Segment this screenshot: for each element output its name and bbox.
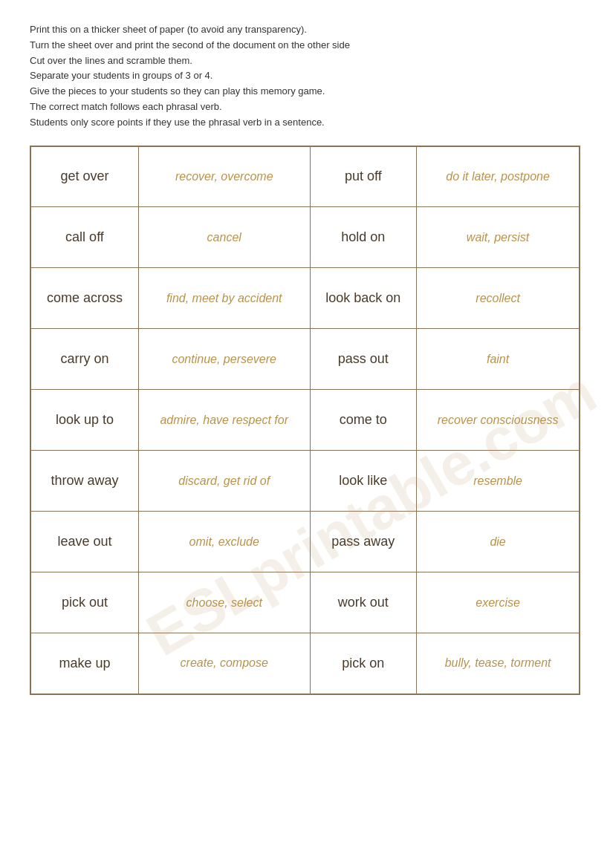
phrasal-verb-cell: hold on (310, 207, 417, 268)
phrasal-verb-text: leave out (57, 534, 111, 549)
definition-text: choose, select (186, 596, 262, 609)
phrasal-verb-cell: get over (30, 146, 138, 207)
phrasal-verb-text: call off (65, 229, 104, 244)
definition-cell: die (417, 512, 580, 572)
definition-text: admire, have respect for (160, 414, 288, 426)
definition-text: die (490, 535, 505, 548)
phrasal-verb-text: pick on (342, 656, 384, 670)
phrasal-verb-cell: carry on (30, 329, 138, 390)
definition-text: do it later, postpone (446, 170, 550, 183)
phrasal-verb-text: get over (60, 169, 108, 183)
phrasal-verb-cell: throw away (30, 451, 138, 512)
definition-text: recover consciousness (438, 414, 559, 426)
definition-text: resemble (473, 474, 522, 487)
table-row: make upcreate, composepick onbully, teas… (30, 633, 580, 694)
table-row: look up toadmire, have respect forcome t… (30, 390, 580, 451)
phrasal-verb-text: hold on (341, 229, 385, 244)
instructions-block: Print this on a thicker sheet of paper (… (30, 22, 580, 131)
definition-cell: recover consciousness (417, 390, 580, 451)
definition-text: recover, overcome (175, 170, 273, 183)
instruction-line: Give the pieces to your students so they… (30, 84, 580, 99)
definition-cell: choose, select (138, 572, 310, 633)
phrasal-verb-text: look up to (56, 412, 114, 427)
phrasal-verb-cell: make up (30, 633, 138, 694)
phrasal-verb-cell: work out (310, 572, 417, 633)
phrasal-verb-text: pass out (338, 351, 389, 366)
phrasal-verb-text: put off (345, 169, 382, 183)
phrasal-verb-cell: look back on (310, 268, 417, 329)
definition-cell: cancel (138, 207, 310, 268)
instruction-line: Students only score points if they use t… (30, 115, 580, 131)
phrasal-verb-cell: look like (310, 451, 417, 512)
phrasal-verb-cell: pick on (310, 633, 417, 694)
phrasal-verb-text: carry on (60, 351, 108, 366)
definition-cell: omit, exclude (138, 512, 310, 572)
definition-text: bully, tease, torment (445, 656, 551, 669)
phrasal-verb-text: look like (339, 473, 387, 488)
instruction-line: Separate your students in groups of 3 or… (30, 68, 580, 84)
phrasal-verb-cell: come across (30, 268, 138, 329)
table-row: carry oncontinue, perseverepass outfaint (30, 329, 580, 390)
table-row: throw awaydiscard, get rid oflook likere… (30, 451, 580, 512)
definition-text: exercise (476, 596, 520, 609)
phrasal-verbs-table: get overrecover, overcomeput offdo it la… (30, 146, 580, 695)
phrasal-verb-text: pass away (331, 534, 395, 549)
definition-text: continue, persevere (172, 353, 276, 365)
definition-cell: admire, have respect for (138, 390, 310, 451)
definition-text: find, meet by accident (166, 292, 282, 304)
definition-text: cancel (207, 231, 241, 244)
instruction-line: Turn the sheet over and print the second… (30, 38, 580, 53)
definition-cell: wait, persist (417, 207, 580, 268)
definition-text: wait, persist (467, 231, 529, 244)
phrasal-verb-cell: pick out (30, 572, 138, 633)
definition-cell: discard, get rid of (138, 451, 310, 512)
definition-text: discard, get rid of (178, 474, 270, 487)
instruction-line: The correct match follows each phrasal v… (30, 99, 580, 115)
phrasal-verb-cell: come to (310, 390, 417, 451)
phrasal-verb-cell: put off (310, 146, 417, 207)
definition-cell: create, compose (138, 633, 310, 694)
phrasal-verb-text: pick out (62, 595, 108, 610)
phrasal-verb-cell: pass away (310, 512, 417, 572)
phrasal-verb-text: make up (59, 656, 110, 670)
definition-cell: recollect (417, 268, 580, 329)
definition-text: create, compose (181, 656, 268, 669)
definition-cell: resemble (417, 451, 580, 512)
table-row: leave outomit, excludepass awaydie (30, 512, 580, 572)
instruction-line: Print this on a thicker sheet of paper (… (30, 22, 580, 38)
definition-cell: find, meet by accident (138, 268, 310, 329)
table-row: pick outchoose, selectwork outexercise (30, 572, 580, 633)
phrasal-verb-cell: look up to (30, 390, 138, 451)
phrasal-verb-cell: call off (30, 207, 138, 268)
instruction-line: Cut over the lines and scramble them. (30, 53, 580, 69)
table-row: get overrecover, overcomeput offdo it la… (30, 146, 580, 207)
phrasal-verb-text: look back on (325, 290, 400, 305)
definition-cell: recover, overcome (138, 146, 310, 207)
definition-cell: exercise (417, 572, 580, 633)
table-row: come acrossfind, meet by accidentlook ba… (30, 268, 580, 329)
definition-cell: faint (417, 329, 580, 390)
phrasal-verb-text: throw away (51, 473, 118, 488)
definition-cell: do it later, postpone (417, 146, 580, 207)
definition-text: faint (487, 353, 509, 365)
phrasal-verb-cell: leave out (30, 512, 138, 572)
phrasal-verb-text: come across (47, 290, 123, 305)
table-row: call offcancelhold onwait, persist (30, 207, 580, 268)
table-wrapper: ESLprintable.com get overrecover, overco… (30, 146, 580, 695)
definition-cell: continue, persevere (138, 329, 310, 390)
definition-text: omit, exclude (189, 535, 259, 548)
phrasal-verb-text: work out (338, 595, 389, 610)
definition-cell: bully, tease, torment (417, 633, 580, 694)
phrasal-verb-text: come to (340, 412, 387, 427)
phrasal-verb-cell: pass out (310, 329, 417, 390)
definition-text: recollect (476, 292, 520, 304)
